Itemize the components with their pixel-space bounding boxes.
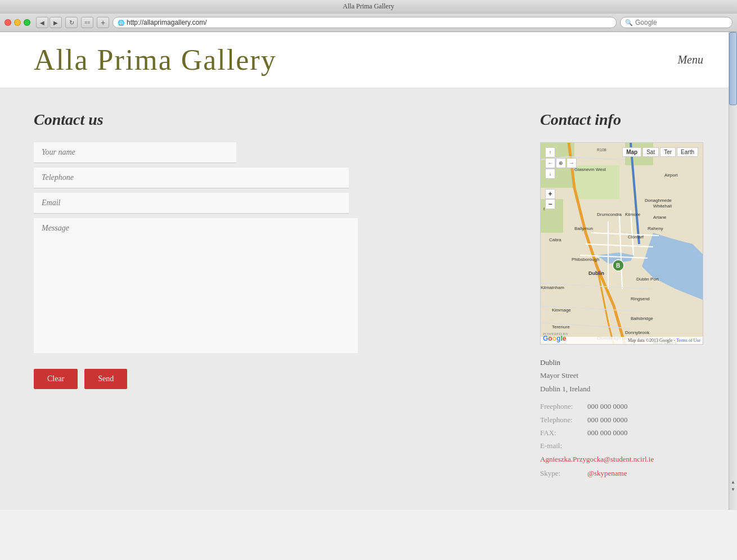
scrollbar-bottom-controls: ▲ ▼ bbox=[729, 478, 737, 493]
scrollbar-thumb[interactable] bbox=[729, 32, 737, 105]
nav-buttons: ◀ ▶ bbox=[36, 17, 62, 28]
svg-text:B: B bbox=[616, 263, 620, 269]
map-tab-sat[interactable]: Sat bbox=[642, 147, 659, 157]
site-header: Alla Prima Gallery Menu bbox=[0, 32, 737, 88]
skype-link[interactable]: @skypename bbox=[587, 467, 627, 480]
freephone-row: Freephone: 000 000 0000 bbox=[540, 400, 703, 413]
minimize-button[interactable] bbox=[14, 19, 21, 26]
telephone-label: Telephone: bbox=[540, 413, 585, 426]
map-container: Cabra Phibsborough Dublin Dublin Port Dr… bbox=[540, 142, 703, 345]
svg-text:Glasnevin West: Glasnevin West bbox=[574, 167, 606, 172]
svg-text:Ringsend: Ringsend bbox=[631, 296, 650, 301]
new-tab-button[interactable]: + bbox=[97, 17, 109, 28]
scroll-up-arrow[interactable]: ▲ bbox=[730, 478, 736, 486]
svg-text:Raheny: Raheny bbox=[648, 226, 663, 231]
page-title: Alla Prima Gallery bbox=[343, 2, 394, 10]
svg-text:Artane: Artane bbox=[653, 215, 667, 220]
map-tab-earth[interactable]: Earth bbox=[677, 147, 698, 157]
site-content: Contact us Clear Send Contact info bbox=[0, 88, 737, 510]
browser-chrome: Alla Prima Gallery ◀ ▶ ↻ ≡≡ + 🌐 🔍 bbox=[0, 0, 737, 32]
form-buttons: Clear Send bbox=[34, 369, 506, 389]
clear-button[interactable]: Clear bbox=[34, 369, 78, 389]
address-street: Mayor Street bbox=[540, 369, 703, 382]
send-button[interactable]: Send bbox=[84, 369, 127, 389]
search-input[interactable] bbox=[635, 19, 727, 26]
map-type-controls: Map Sat Ter Earth bbox=[622, 147, 698, 157]
svg-text:Dublin: Dublin bbox=[588, 270, 604, 276]
map-tab-map[interactable]: Map bbox=[622, 147, 641, 157]
fax-value: 000 000 0000 bbox=[587, 426, 628, 439]
message-textarea[interactable] bbox=[34, 218, 358, 353]
freephone-value: 000 000 0000 bbox=[587, 400, 628, 413]
skype-row: Skype: @skypename bbox=[540, 467, 703, 480]
email-label: E-mail: bbox=[540, 439, 585, 452]
reader-button[interactable]: ≡≡ bbox=[81, 17, 93, 28]
map-center-button[interactable]: ⊕ bbox=[556, 158, 566, 168]
svg-text:Cabra: Cabra bbox=[549, 237, 561, 242]
page-wrapper: ▲ ▼ Alla Prima Gallery Menu Contact us C… bbox=[0, 32, 737, 510]
browser-toolbar: ◀ ▶ ↻ ≡≡ + 🌐 🔍 bbox=[0, 13, 737, 31]
map-up-button[interactable]: ↑ bbox=[545, 147, 555, 157]
name-input[interactable] bbox=[34, 142, 236, 163]
close-button[interactable] bbox=[5, 19, 11, 26]
menu-button[interactable]: Menu bbox=[677, 53, 703, 66]
map-zoom-out-button[interactable]: − bbox=[545, 199, 555, 209]
svg-text:Dublin Port: Dublin Port bbox=[636, 277, 659, 282]
map-zoom-controls: + − bbox=[545, 189, 555, 209]
svg-text:Kimmage: Kimmage bbox=[552, 308, 571, 313]
contact-info-title: Contact info bbox=[540, 111, 703, 129]
svg-text:Terenure: Terenure bbox=[552, 324, 570, 329]
map-terms-link[interactable]: Terms of Use bbox=[676, 338, 700, 343]
email-link[interactable]: Agnieszka.Przygocka@student.ncirl.ie bbox=[540, 455, 654, 463]
map-left-button[interactable]: ← bbox=[545, 158, 555, 168]
telephone-row: Telephone: 000 000 0000 bbox=[540, 413, 703, 426]
reload-button[interactable]: ↻ bbox=[65, 17, 78, 28]
traffic-lights bbox=[5, 19, 30, 26]
svg-text:Phibsborough: Phibsborough bbox=[572, 257, 599, 262]
svg-text:Drumcondra: Drumcondra bbox=[597, 212, 622, 217]
telephone-value: 000 000 0000 bbox=[587, 413, 628, 426]
contact-form-title: Contact us bbox=[34, 111, 506, 129]
google-logo-text: Google bbox=[543, 333, 566, 343]
fax-row: FAX: 000 000 0000 bbox=[540, 426, 703, 439]
svg-text:Donnybrook: Donnybrook bbox=[625, 330, 650, 335]
address-icon: 🌐 bbox=[118, 20, 124, 26]
svg-text:Whitehall: Whitehall bbox=[653, 204, 672, 209]
email-row: E-mail: bbox=[540, 439, 703, 452]
address-city: Dublin bbox=[540, 356, 703, 369]
svg-text:Ballymun: Ballymun bbox=[574, 226, 593, 231]
skype-label: Skype: bbox=[540, 467, 585, 480]
map-down-button[interactable]: ↓ bbox=[545, 169, 555, 179]
address-bar-container: 🌐 bbox=[113, 17, 617, 28]
contact-info-section: Contact info bbox=[540, 111, 703, 487]
browser-title-bar: Alla Prima Gallery bbox=[0, 0, 737, 13]
scrollbar[interactable]: ▲ ▼ bbox=[729, 32, 737, 510]
svg-text:Clontarf: Clontarf bbox=[628, 234, 644, 240]
back-button[interactable]: ◀ bbox=[36, 17, 48, 28]
map-navigation: ↑ ← ⊕ → ↓ bbox=[545, 147, 577, 179]
freephone-label: Freephone: bbox=[540, 400, 585, 413]
search-icon: 🔍 bbox=[625, 19, 633, 26]
contact-address: Dublin Mayor Street Dublin 1, Ireland Fr… bbox=[540, 356, 703, 480]
maximize-button[interactable] bbox=[24, 19, 30, 26]
email-link-row: Agnieszka.Przygocka@student.ncirl.ie bbox=[540, 453, 703, 466]
svg-text:Kilmore: Kilmore bbox=[625, 212, 641, 217]
svg-text:Donaghmede: Donaghmede bbox=[645, 198, 672, 203]
forward-button[interactable]: ▶ bbox=[50, 17, 62, 28]
site-logo: Alla Prima Gallery bbox=[34, 43, 277, 76]
address-postcode: Dublin 1, Ireland bbox=[540, 382, 703, 395]
scroll-down-arrow[interactable]: ▼ bbox=[730, 486, 736, 493]
map-tab-ter[interactable]: Ter bbox=[660, 147, 676, 157]
fax-label: FAX: bbox=[540, 426, 585, 439]
map-right-button[interactable]: → bbox=[567, 158, 577, 168]
address-input[interactable] bbox=[127, 19, 612, 26]
email-input[interactable] bbox=[34, 193, 349, 214]
map-zoom-in-button[interactable]: + bbox=[545, 189, 555, 199]
svg-text:Airport: Airport bbox=[664, 173, 678, 178]
svg-text:Kilmainham: Kilmainham bbox=[541, 285, 564, 290]
svg-text:Ballsbridge: Ballsbridge bbox=[631, 316, 653, 321]
telephone-input[interactable] bbox=[34, 168, 349, 188]
svg-text:R108: R108 bbox=[597, 148, 606, 152]
search-bar-container: 🔍 bbox=[620, 17, 732, 28]
contact-form-section: Contact us Clear Send bbox=[34, 111, 506, 487]
